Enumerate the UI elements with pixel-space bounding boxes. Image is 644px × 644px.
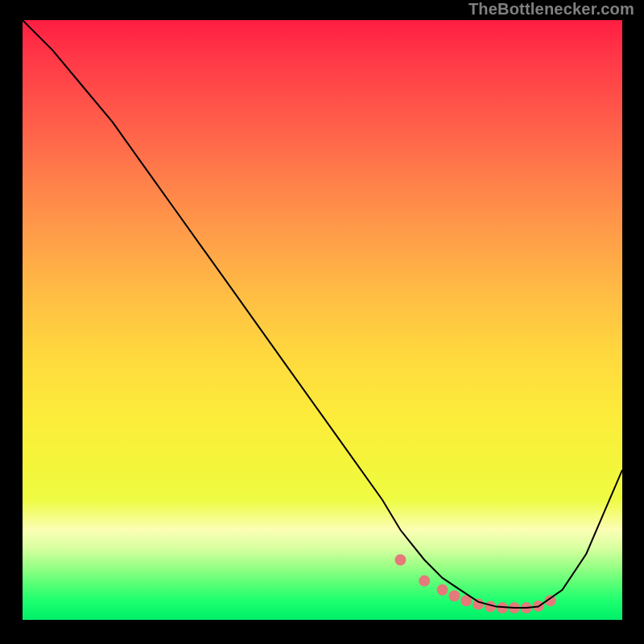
- plot-area: [23, 20, 622, 620]
- optimal-marker-point: [448, 590, 460, 601]
- chart-svg: [23, 20, 622, 620]
- optimal-marker-point: [473, 599, 484, 610]
- attribution-text: TheBottlenecker.com: [469, 0, 634, 19]
- optimal-marker-point: [437, 584, 448, 596]
- optimal-marker-point: [394, 555, 406, 566]
- optimal-marker-series: [394, 555, 555, 614]
- optimal-marker-point: [419, 576, 430, 587]
- bottleneck-curve: [23, 20, 622, 608]
- chart-frame: TheBottlenecker.com: [0, 0, 644, 644]
